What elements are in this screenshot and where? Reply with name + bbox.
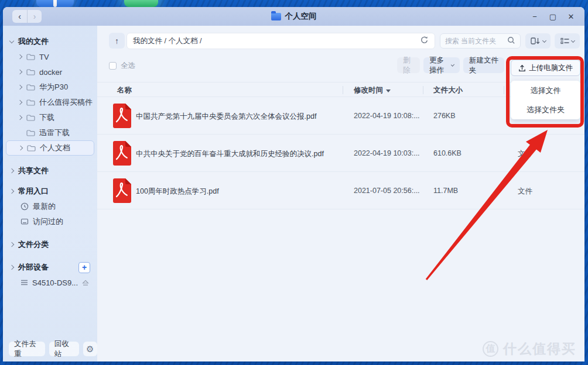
chevron-right-icon[interactable] [9, 265, 14, 270]
file-size: 276KB [433, 112, 456, 120]
sidebar-item-device-s4510[interactable]: S4510-DS9... [3, 275, 97, 290]
folder-outline-icon [26, 68, 35, 75]
search-icon[interactable] [507, 36, 515, 46]
minimize-button[interactable]: − [528, 12, 541, 21]
sort-desc-icon [386, 89, 391, 92]
folder-outline-icon [26, 99, 35, 106]
sidebar-item-label: 常用入口 [18, 186, 49, 197]
sidebar-item-huawei-p30[interactable]: 华为P30 [3, 80, 97, 95]
sidebar-item-label: 访问过的 [33, 216, 63, 227]
sidebar-item-label: 最新的 [33, 201, 56, 212]
close-button[interactable]: ✕ [565, 12, 577, 21]
column-divider [423, 86, 423, 94]
column-divider [504, 86, 504, 94]
chevron-down-icon [451, 63, 454, 66]
sidebar-item-docker[interactable]: docker [3, 64, 97, 80]
maximize-button[interactable]: ▢ [546, 12, 559, 21]
column-header-size[interactable]: 文件大小 [433, 85, 463, 95]
new-folder-button[interactable]: 新建文件夹 [463, 57, 504, 73]
sidebar-item-label: S4510-DS9... [32, 278, 78, 287]
search-input[interactable]: 搜索 当前文件夹 [440, 33, 521, 49]
watermark-text: 什么值得买 [503, 340, 576, 358]
sidebar-item-label: 共享文件 [18, 166, 49, 176]
clock-icon [20, 202, 29, 211]
sidebar-item-personal-docs[interactable]: 个人文档 [6, 140, 94, 156]
folder-outline-icon [26, 114, 35, 121]
watermark-badge: 值 [483, 341, 498, 357]
chevron-down-icon [570, 38, 575, 42]
menu-item-select-folder[interactable]: 选择文件夹 [511, 100, 580, 119]
sidebar-item-downloads[interactable]: 下载 [3, 110, 97, 125]
column-header-name[interactable]: 名称 [117, 85, 132, 95]
file-name[interactable]: 中共中央关于党的百年奋斗重大成就和历史经验的决议.pdf [136, 149, 324, 159]
sidebar-item-shared-files[interactable]: 共享文件 [3, 163, 97, 178]
chevron-right-icon[interactable] [18, 70, 22, 74]
sidebar-item-thunder-downloads[interactable]: 迅雷下载 [3, 125, 97, 140]
chevron-down-icon [542, 38, 546, 42]
pdf-file-icon [111, 141, 131, 168]
menu-item-select-files[interactable]: 选择文件 [511, 81, 580, 100]
eject-icon[interactable] [82, 280, 89, 286]
delete-button[interactable]: 删除 [397, 57, 420, 73]
more-actions-button[interactable]: 更多操作 [423, 57, 460, 73]
sort-button[interactable] [525, 33, 551, 49]
upload-icon [518, 64, 526, 72]
chevron-right-icon[interactable] [18, 115, 22, 120]
upload-computer-files-button[interactable]: 上传电脑文件 [511, 60, 580, 76]
chevron-right-icon[interactable] [18, 146, 23, 150]
chevron-right-icon[interactable] [18, 85, 22, 89]
breadcrumb[interactable]: 我的文件 / 个人文档 / [133, 36, 420, 46]
file-dedupe-button[interactable]: 文件去重 [9, 342, 45, 356]
chevron-right-icon[interactable] [9, 168, 14, 173]
select-all-label: 全选 [121, 61, 135, 71]
select-all[interactable]: 全选 [109, 61, 135, 71]
taskbar-app-icon-blue[interactable] [36, 0, 74, 7]
select-all-checkbox[interactable] [109, 62, 117, 70]
table-row[interactable]: 100周年时政热点学习.pdf 2021-07-05 20:56:... 11.… [97, 172, 584, 209]
column-header-modified[interactable]: 修改时间 [354, 85, 391, 95]
taskbar-app-icon-green[interactable] [124, 0, 158, 7]
sidebar-item-recent[interactable]: 最新的 [3, 199, 97, 214]
chevron-right-icon[interactable] [9, 242, 14, 247]
sidebar-item-tv[interactable]: TV [3, 49, 97, 64]
folder-icon [271, 13, 281, 20]
file-manager-window: ‹ › 个人空间 − ▢ ✕ 我的文件 TV [3, 7, 584, 361]
recycle-bin-button[interactable]: 回收站 [49, 342, 79, 356]
refresh-icon[interactable] [420, 36, 429, 46]
sidebar-item-label: 文件分类 [18, 239, 49, 250]
folder-outline-icon [27, 144, 36, 151]
pdf-file-icon [111, 104, 131, 130]
table-row[interactable]: 中共中央关于党的百年奋斗重大成就和历史经验的决议.pdf 2022-04-19 … [97, 135, 584, 172]
file-name[interactable]: 中国共产党第十九届中央委员会第六次全体会议公报.pdf [136, 112, 316, 122]
window-title: 个人空间 [285, 11, 317, 22]
file-modified: 2022-04-19 10:08:... [354, 112, 420, 120]
go-up-button[interactable]: ↑ [109, 33, 125, 49]
chevron-right-icon[interactable] [18, 54, 22, 59]
sidebar-item-visited[interactable]: 访问过的 [3, 214, 97, 229]
chevron-down-icon [9, 38, 14, 43]
file-name[interactable]: 100周年时政热点学习.pdf [136, 187, 219, 197]
column-header-modified-label: 修改时间 [354, 85, 383, 95]
sidebar-item-label: 什么值得买稿件 [39, 97, 93, 108]
sidebar-item-my-files[interactable]: 我的文件 [3, 34, 97, 49]
file-type: 文件 [518, 187, 532, 197]
screen-icon [20, 218, 29, 226]
sidebar-item-file-categories[interactable]: 文件分类 [3, 237, 97, 252]
search-placeholder: 搜索 当前文件夹 [445, 36, 507, 46]
sidebar-item-quick-entry[interactable]: 常用入口 [3, 184, 97, 199]
settings-gear-button[interactable]: ⚙ [83, 342, 97, 356]
chevron-right-icon[interactable] [9, 189, 14, 194]
view-mode-button[interactable] [555, 33, 580, 49]
sidebar-item-external-devices[interactable]: 外部设备 + [3, 260, 97, 275]
path-bar[interactable]: 我的文件 / 个人文档 / [127, 33, 435, 49]
chevron-right-icon[interactable] [18, 100, 22, 105]
sidebar-item-smzdm-drafts[interactable]: 什么值得买稿件 [3, 95, 97, 110]
folder-outline-icon [26, 129, 35, 136]
file-size: 11.7MB [433, 187, 458, 195]
sidebar: 我的文件 TV docker 华为P30 什么值得买稿件 [3, 26, 97, 361]
upload-dropdown-menu: 选择文件 选择文件夹 [511, 81, 580, 119]
add-device-button[interactable]: + [78, 262, 90, 273]
chevron-placeholder [18, 131, 22, 135]
title-bar: ‹ › 个人空间 − ▢ ✕ [3, 7, 584, 26]
sidebar-item-label: 华为P30 [39, 82, 68, 92]
